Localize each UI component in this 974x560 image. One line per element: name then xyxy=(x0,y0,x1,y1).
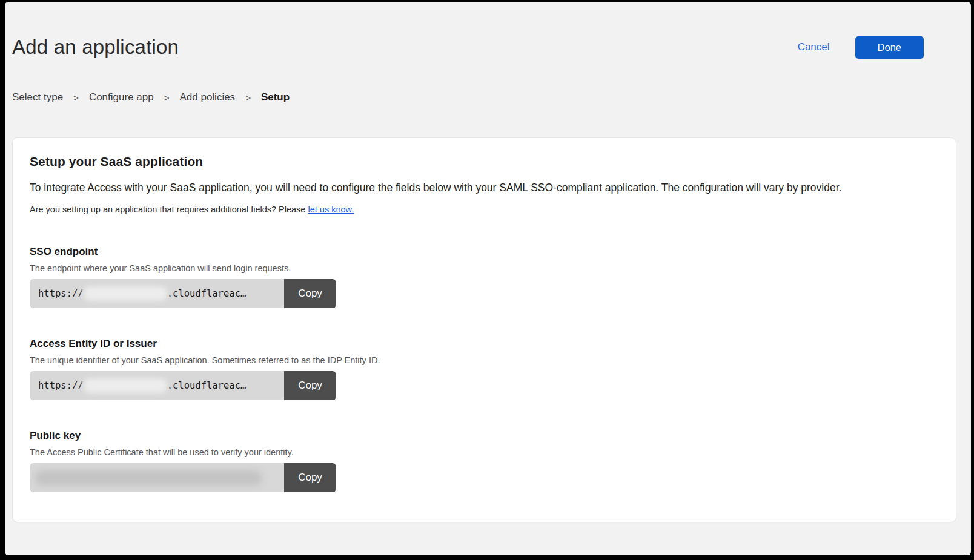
sso-endpoint-description: The endpoint where your SaaS application… xyxy=(30,263,939,273)
public-key-description: The Access Public Certificate that will … xyxy=(30,447,939,457)
breadcrumb: Select type > Configure app > Add polici… xyxy=(12,91,956,104)
field-public-key: Public key The Access Public Certificate… xyxy=(30,430,939,492)
cancel-button[interactable]: Cancel xyxy=(798,41,830,53)
app-window: Add an application Cancel Done Select ty… xyxy=(5,2,971,555)
sso-endpoint-copy-button[interactable]: Copy xyxy=(284,279,336,308)
public-key-value-row: Copy xyxy=(30,463,336,492)
page-title: Add an application xyxy=(12,36,179,59)
card-heading: Setup your SaaS application xyxy=(30,154,939,169)
done-button[interactable]: Done xyxy=(855,36,924,59)
page-content: Add an application Cancel Done Select ty… xyxy=(5,2,971,522)
access-entity-id-copy-button[interactable]: Copy xyxy=(284,371,336,400)
value-suffix: .cloudflareac… xyxy=(167,288,247,299)
breadcrumb-item-setup: Setup xyxy=(261,91,290,104)
let-us-know-link[interactable]: let us know. xyxy=(308,205,354,214)
sso-endpoint-value: https:// .cloudflareac… xyxy=(30,279,284,308)
public-key-copy-button[interactable]: Copy xyxy=(284,463,336,492)
additional-fields-note: Are you setting up an application that r… xyxy=(30,205,939,214)
public-key-value xyxy=(30,463,284,492)
sso-endpoint-value-row: https:// .cloudflareac… Copy xyxy=(30,279,336,308)
public-key-label: Public key xyxy=(30,430,939,442)
field-sso-endpoint: SSO endpoint The endpoint where your Saa… xyxy=(30,246,939,308)
breadcrumb-separator: > xyxy=(73,93,79,103)
intro-text: To integrate Access with your SaaS appli… xyxy=(30,182,939,194)
sso-endpoint-label: SSO endpoint xyxy=(30,246,939,258)
breadcrumb-item-select-type[interactable]: Select type xyxy=(12,91,63,104)
redacted-blur xyxy=(84,378,167,393)
access-entity-id-label: Access Entity ID or Issuer xyxy=(30,338,939,350)
header-actions: Cancel Done xyxy=(798,36,956,59)
breadcrumb-separator: > xyxy=(245,93,251,103)
redacted-blur xyxy=(84,286,167,301)
redacted-blur xyxy=(35,470,262,486)
access-entity-id-value-row: https:// .cloudflareac… Copy xyxy=(30,371,336,400)
setup-card: Setup your SaaS application To integrate… xyxy=(12,137,956,522)
access-entity-id-value: https:// .cloudflareac… xyxy=(30,371,284,400)
note-text: Are you setting up an application that r… xyxy=(30,205,308,214)
value-prefix: https:// xyxy=(38,288,84,299)
breadcrumb-item-add-policies[interactable]: Add policies xyxy=(179,91,235,104)
field-access-entity-id: Access Entity ID or Issuer The unique id… xyxy=(30,338,939,400)
value-suffix: .cloudflareac… xyxy=(167,380,247,391)
page-header: Add an application Cancel Done xyxy=(12,2,956,59)
access-entity-id-description: The unique identifier of your SaaS appli… xyxy=(30,355,939,365)
breadcrumb-separator: > xyxy=(164,93,170,103)
breadcrumb-item-configure-app[interactable]: Configure app xyxy=(89,91,154,104)
value-prefix: https:// xyxy=(38,380,84,391)
